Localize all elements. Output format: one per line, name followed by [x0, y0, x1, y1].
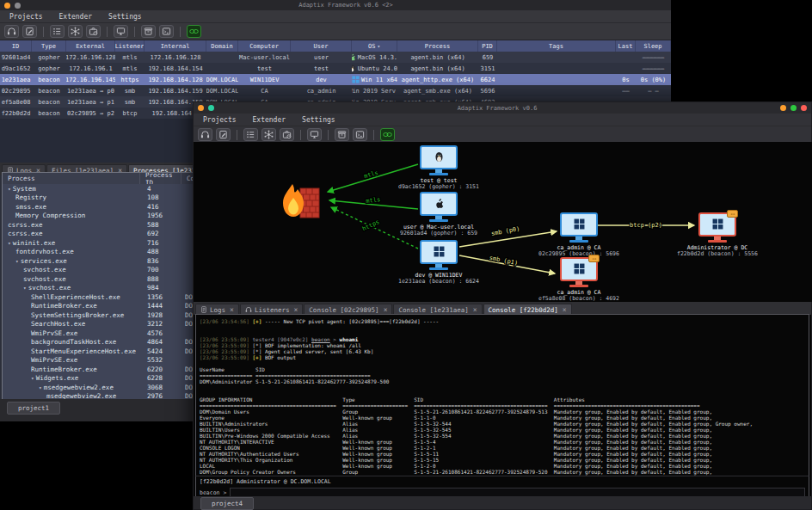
process-name: RuntimeBroker.exe — [31, 366, 97, 373]
menu-projects[interactable]: Projects — [203, 116, 237, 124]
console-line: DOM\Domain Users Group S-1-5-21-26108614… — [200, 409, 805, 415]
console-output[interactable]: [23/06 23:54:56] [+] ----- New TCP pivot… — [195, 314, 809, 476]
console-segment: NT AUTHORITY\INTERACTIVE Well-known grou… — [200, 439, 712, 445]
expand-arrow-icon[interactable]: ▾ — [23, 285, 27, 291]
project-tab[interactable]: project4 — [200, 497, 254, 510]
edge-label: mtls — [366, 196, 381, 205]
window-dot-orange[interactable] — [4, 3, 10, 9]
expand-arrow-icon[interactable]: ▾ — [39, 384, 42, 390]
column-header-user[interactable]: User — [291, 40, 352, 52]
tab-label: Logs — [210, 306, 225, 314]
column-header-computer[interactable]: Computer — [238, 40, 291, 52]
node-label-f22b0d2d: Administrator @ DCf22b0d2d (beacon) : 55… — [644, 245, 790, 257]
agent-row[interactable]: 92601ad4gopher172.16.196.128mtls172.16.1… — [0, 52, 671, 63]
elevated-crown-badge — [588, 255, 600, 262]
agent-row[interactable]: 02c29895beacon1e231aea ⇒ p0smb192.168.16… — [0, 85, 671, 96]
column-header-external[interactable]: External — [66, 40, 115, 52]
console-line: [23/06 23:54:56] [+] ----- New TCP pivot… — [200, 318, 805, 324]
maximize-dot[interactable] — [790, 105, 797, 111]
menu-extender[interactable]: Extender — [253, 116, 286, 124]
cell-internal: 192.168.164.154 — [145, 63, 206, 74]
titlebar-front[interactable]: Adaptix Framework v0.6 — [194, 102, 811, 114]
session-graph[interactable]: mtlsmtlshttpssmb (p0)smb (p1)btcp (p2)te… — [194, 142, 812, 302]
agent-row[interactable]: d9ac1652gopher172.16.196.1mtls192.168.16… — [0, 63, 671, 74]
monitor-screen — [420, 145, 458, 169]
window-dot-orange[interactable] — [198, 105, 204, 111]
window-dot-teal[interactable] — [208, 105, 214, 111]
console-segment: whoami — [340, 336, 359, 342]
screen-toolbar-button[interactable] — [114, 25, 128, 38]
expand-arrow-icon[interactable]: ▾ — [31, 375, 34, 381]
menu-settings[interactable]: Settings — [108, 13, 142, 21]
graph-toolbar-button[interactable] — [68, 25, 83, 38]
expand-arrow-icon[interactable]: ▾ — [8, 240, 11, 246]
close-tab-icon[interactable]: × — [563, 306, 567, 314]
column-header-id[interactable]: ID — [0, 40, 32, 52]
process-name: WmiPrvSE.exe — [31, 356, 77, 364]
column-header-pid[interactable]: PID — [478, 40, 497, 52]
titlebar-back[interactable]: Adaptix Framework v0.6 <2> — [0, 0, 671, 10]
terminal-toolbar-button[interactable] — [353, 128, 367, 141]
column-header-last[interactable]: Last — [616, 40, 636, 52]
connect-toolbar-button[interactable] — [187, 25, 201, 38]
connect-toolbar-button[interactable] — [380, 128, 395, 141]
column-header-label: User — [314, 43, 329, 50]
edit-toolbar-button[interactable] — [22, 25, 37, 38]
menu-projects[interactable]: Projects — [9, 13, 43, 21]
agent-node-ef5a8e08[interactable] — [560, 257, 598, 287]
column-header-domain[interactable]: Domain — [206, 40, 238, 52]
agent-node-1e231aea[interactable] — [420, 240, 458, 270]
column-header-os[interactable]: OS▾ — [352, 40, 397, 52]
agent-node-02c29895[interactable] — [560, 212, 598, 243]
close-dot[interactable] — [801, 105, 807, 111]
cell-type: beacon — [32, 85, 66, 96]
column-header-process[interactable]: Process — [397, 40, 478, 52]
process-pid-cell: 3212 — [140, 320, 181, 328]
agent-row[interactable]: 1e231aeabeacon172.16.196.145https192.168… — [0, 74, 671, 85]
column-header-process-id[interactable]: Process ID — [140, 173, 181, 184]
column-header-process[interactable]: Process — [3, 173, 140, 184]
storage-toolbar-button[interactable] — [335, 128, 349, 141]
process-pid-cell: 3068 — [140, 384, 181, 391]
close-tab-icon[interactable]: × — [473, 306, 477, 314]
close-tab-icon[interactable]: × — [294, 306, 298, 314]
cell-tags — [497, 52, 616, 63]
cell-external: 02c29895 ⇒ p2 — [66, 108, 115, 119]
headset-toolbar-button[interactable] — [4, 25, 19, 38]
close-tab-icon[interactable]: × — [384, 306, 388, 314]
storage-toolbar-button[interactable] — [141, 25, 156, 38]
project-tab[interactable]: project1 — [7, 402, 60, 415]
column-header-listener[interactable]: Listener — [115, 40, 145, 52]
column-header-tags[interactable]: Tags — [497, 40, 616, 52]
headset-toolbar-button[interactable] — [198, 128, 212, 141]
jobs-toolbar-button[interactable] — [280, 128, 294, 141]
window-dot-grey[interactable] — [15, 3, 21, 9]
sort-indicator-icon: ▾ — [377, 43, 380, 49]
toolbar-separator — [373, 130, 374, 140]
agent-node-d9ac1652[interactable] — [420, 145, 458, 175]
node-agent-id: 02c29895 (beacon) : 5696 — [506, 251, 652, 257]
expand-arrow-icon[interactable]: ▾ — [8, 186, 11, 192]
close-tab-icon[interactable]: × — [230, 306, 234, 314]
graph-toolbar-button[interactable] — [261, 128, 276, 141]
menu-extender[interactable]: Extender — [59, 13, 93, 21]
graph-icon — [264, 130, 274, 139]
terminal-toolbar-button[interactable] — [159, 25, 174, 38]
cell-sleep: —————— — [636, 52, 671, 63]
agent-node-f22b0d2d[interactable] — [698, 212, 736, 243]
column-header-type[interactable]: Type — [32, 40, 66, 52]
console-line — [200, 324, 805, 330]
list-toolbar-button[interactable] — [243, 128, 258, 141]
menu-settings[interactable]: Settings — [302, 116, 335, 124]
cell-sleep: —————— — [636, 63, 671, 74]
minimize-dot[interactable] — [780, 105, 786, 111]
screen-toolbar-button[interactable] — [307, 128, 322, 141]
list-toolbar-button[interactable] — [50, 25, 65, 38]
column-header-internal[interactable]: Internal — [145, 40, 206, 52]
edit-toolbar-button[interactable] — [216, 128, 231, 141]
jobs-toolbar-button[interactable] — [86, 25, 101, 38]
process-pid-cell: 692 — [140, 230, 181, 237]
agent-node-92601ad4[interactable] — [420, 192, 458, 222]
expand-arrow-icon[interactable]: ▾ — [15, 258, 19, 264]
column-header-sleep[interactable]: Sleep — [636, 40, 671, 52]
